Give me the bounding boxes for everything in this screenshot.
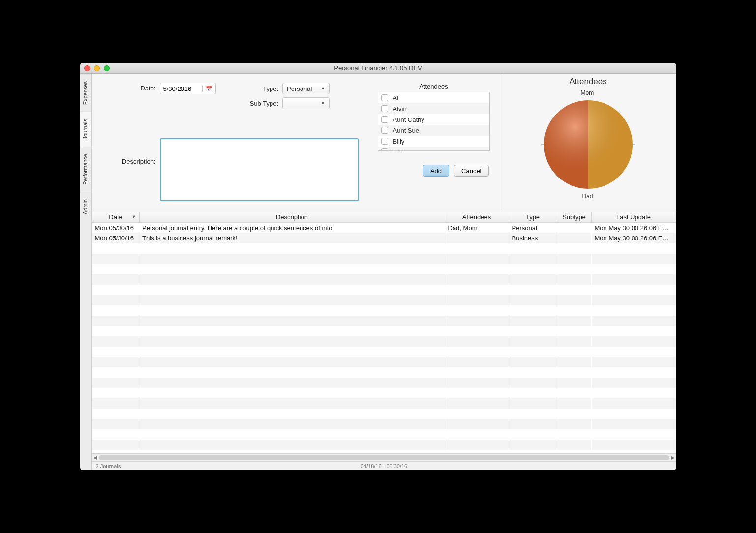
sort-desc-icon: ▼	[132, 214, 136, 219]
pie-label-dad: Dad	[582, 193, 593, 200]
description-input[interactable]	[160, 138, 359, 201]
attendees-label: Attendees	[378, 83, 490, 90]
tab-admin[interactable]: Admin	[80, 192, 91, 221]
checkbox[interactable]	[381, 127, 388, 134]
table-row[interactable]: Mon 05/30/16Personal journal entry. Here…	[92, 223, 676, 233]
chevron-down-icon: ▼	[321, 101, 325, 106]
checkbox[interactable]	[381, 138, 388, 145]
table-header-row: Date▼ Description Attendees Type Subtype…	[92, 212, 676, 222]
zoom-window-button[interactable]	[104, 65, 110, 71]
attendee-name: Al	[393, 94, 399, 102]
type-select[interactable]: Personal ▼	[282, 83, 330, 94]
status-center: 04/18/16 - 05/30/16	[92, 463, 676, 469]
table-row	[92, 367, 676, 378]
scroll-right-arrow[interactable]: ▶	[669, 455, 676, 460]
tab-expenses[interactable]: Expenses	[80, 74, 91, 112]
table-row	[92, 378, 676, 388]
checkbox[interactable]	[381, 94, 388, 101]
table-row	[92, 305, 676, 316]
table-row[interactable]: Mon 05/30/16This is a business journal r…	[92, 233, 676, 243]
col-type[interactable]: Type	[509, 212, 557, 222]
col-subtype[interactable]: Subtype	[557, 212, 591, 222]
tab-journals[interactable]: Journals	[80, 112, 91, 147]
horizontal-scrollbar[interactable]: ◀ ▶	[92, 453, 676, 461]
table-row	[92, 316, 676, 326]
attendees-scroll[interactable]: AlAlvinAunt CathyAunt SueBillyBob	[378, 92, 489, 150]
attendee-name: Aunt Sue	[393, 127, 420, 134]
col-last-update[interactable]: Last Update	[591, 212, 676, 222]
date-field[interactable]	[160, 85, 202, 92]
col-attendees[interactable]: Attendees	[445, 212, 509, 222]
description-label: Description:	[102, 138, 156, 165]
attendee-item[interactable]: Bob	[378, 147, 489, 150]
tab-performance[interactable]: Performance	[80, 147, 91, 192]
table-row	[92, 295, 676, 305]
attendee-name: Alvin	[393, 105, 407, 113]
chart-title: Attendees	[569, 77, 607, 87]
table-row	[92, 254, 676, 264]
pie-chart	[534, 90, 642, 199]
table-row	[92, 357, 676, 367]
table-row	[92, 274, 676, 285]
checkbox[interactable]	[381, 116, 388, 123]
subtype-label: Sub Type:	[244, 100, 278, 107]
app-window: Personal Financier 4.1.05 DEV Expenses J…	[80, 63, 676, 470]
col-date[interactable]: Date▼	[92, 212, 139, 222]
scroll-thumb[interactable]	[99, 455, 669, 460]
attendee-item[interactable]: Billy	[378, 136, 489, 147]
checkbox[interactable]	[381, 105, 388, 112]
window-title: Personal Financier 4.1.05 DEV	[80, 64, 676, 72]
close-window-button[interactable]	[84, 65, 90, 71]
pie-slice	[544, 100, 588, 189]
table-row	[92, 409, 676, 419]
journals-table-body: Mon 05/30/16Personal journal entry. Here…	[92, 223, 676, 450]
table-row	[92, 264, 676, 274]
attendee-item[interactable]: Aunt Sue	[378, 125, 489, 136]
minimize-window-button[interactable]	[94, 65, 100, 71]
table-row	[92, 347, 676, 357]
calendar-icon[interactable]: 📅	[202, 86, 215, 92]
date-label: Date:	[102, 83, 156, 92]
chevron-down-icon: ▼	[321, 86, 325, 91]
table-row	[92, 419, 676, 429]
scroll-left-arrow[interactable]: ◀	[92, 455, 99, 460]
attendee-item[interactable]: Al	[378, 92, 489, 103]
attendee-name: Billy	[393, 138, 405, 145]
subtype-select[interactable]: ▼	[282, 97, 330, 109]
side-tabs: Expenses Journals Performance Admin	[80, 74, 92, 470]
checkbox[interactable]	[381, 148, 388, 150]
table-row	[92, 243, 676, 254]
attendees-list: AlAlvinAunt CathyAunt SueBillyBob	[378, 92, 490, 151]
date-input[interactable]: 📅	[160, 83, 216, 94]
pie-slice	[588, 100, 633, 189]
table-row	[92, 336, 676, 347]
status-bar: 2 Journals 04/18/16 - 05/30/16	[92, 461, 676, 470]
type-label: Type:	[244, 85, 278, 92]
table-row	[92, 326, 676, 336]
table-row	[92, 440, 676, 450]
table-row	[92, 429, 676, 440]
type-value: Personal	[287, 85, 312, 92]
pie-label-mom: Mom	[581, 89, 594, 96]
table-row	[92, 388, 676, 398]
traffic-lights	[84, 65, 110, 71]
attendee-item[interactable]: Aunt Cathy	[378, 114, 489, 125]
table-row	[92, 398, 676, 409]
journal-form: Date: 📅 Type: Personal ▼	[92, 74, 500, 212]
status-left: 2 Journals	[96, 463, 121, 469]
col-description[interactable]: Description	[139, 212, 445, 222]
table-row	[92, 285, 676, 295]
attendee-name: Bob	[393, 148, 404, 151]
titlebar: Personal Financier 4.1.05 DEV	[80, 63, 676, 74]
attendees-chart: Attendees Mom Dad	[500, 74, 676, 212]
attendee-name: Aunt Cathy	[393, 116, 424, 123]
attendee-item[interactable]: Alvin	[378, 103, 489, 114]
